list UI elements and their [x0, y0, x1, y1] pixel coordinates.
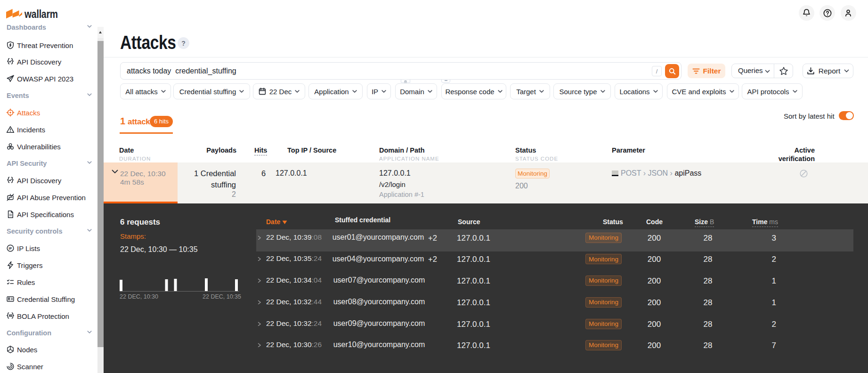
svg-text:IP: IP — [9, 246, 12, 251]
